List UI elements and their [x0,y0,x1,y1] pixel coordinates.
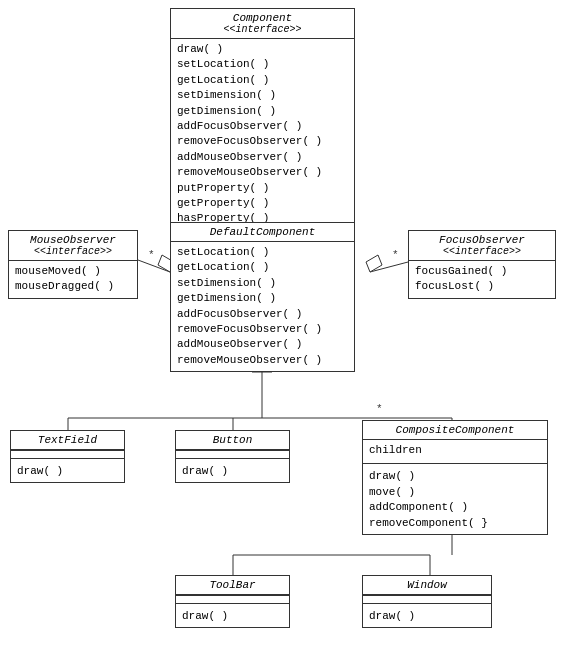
dc-method-6: removeFocusObserver( ) [177,322,348,337]
composite-method-2: move( ) [369,485,541,500]
component-method-10: putProperty( ) [177,181,348,196]
button-box: Button draw( ) [175,430,290,483]
composite-field-1: children [369,443,541,458]
window-method-1: draw( ) [369,609,485,624]
component-box: Component <<interface>> draw( ) setLocat… [170,8,355,231]
mouse-observer-method-2: mouseDragged( ) [15,279,131,294]
button-name: Button [182,434,283,446]
composite-method-1: draw( ) [369,469,541,484]
textfield-method-1: draw( ) [17,464,118,479]
window-name: Window [369,579,485,591]
toolbar-box: ToolBar draw( ) [175,575,290,628]
dc-method-1: setLocation( ) [177,245,348,260]
component-method-6: addFocusObserver( ) [177,119,348,134]
focus-observer-stereotype: <<interface>> [415,246,549,257]
composite-component-name: CompositeComponent [369,424,541,436]
focus-observer-name: FocusObserver [415,234,549,246]
mouse-observer-box: MouseObserver <<interface>> mouseMoved( … [8,230,138,299]
component-method-7: removeFocusObserver( ) [177,134,348,149]
mouse-observer-method-1: mouseMoved( ) [15,264,131,279]
component-method-3: getLocation( ) [177,73,348,88]
dc-method-2: getLocation( ) [177,260,348,275]
svg-line-4 [370,262,408,272]
mouse-observer-stereotype: <<interface>> [15,246,131,257]
default-component-name: DefaultComponent [177,226,348,238]
component-name: Component [177,12,348,24]
component-method-1: draw( ) [177,42,348,57]
dc-method-7: addMouseObserver( ) [177,337,348,352]
component-method-4: setDimension( ) [177,88,348,103]
textfield-name: TextField [17,434,118,446]
dc-method-8: removeMouseObserver( ) [177,353,348,368]
toolbar-name: ToolBar [182,579,283,591]
textfield-box: TextField draw( ) [10,430,125,483]
composite-component-box: CompositeComponent children draw( ) move… [362,420,548,535]
focus-observer-box: FocusObserver <<interface>> focusGained(… [408,230,556,299]
svg-text:*: * [392,249,399,261]
default-component-box: DefaultComponent setLocation( ) getLocat… [170,222,355,372]
toolbar-method-1: draw( ) [182,609,283,624]
svg-marker-5 [366,255,382,272]
component-method-9: removeMouseObserver( ) [177,165,348,180]
dc-method-5: addFocusObserver( ) [177,307,348,322]
composite-method-3: addComponent( ) [369,500,541,515]
mouse-observer-name: MouseObserver [15,234,131,246]
component-method-5: getDimension( ) [177,104,348,119]
window-box: Window draw( ) [362,575,492,628]
svg-text:*: * [148,249,155,261]
composite-method-4: removeComponent( } [369,516,541,531]
focus-observer-method-1: focusGained( ) [415,264,549,279]
component-method-8: addMouseObserver( ) [177,150,348,165]
svg-text:*: * [376,403,383,415]
component-stereotype: <<interface>> [177,24,348,35]
component-method-2: setLocation( ) [177,57,348,72]
dc-method-4: getDimension( ) [177,291,348,306]
dc-method-3: setDimension( ) [177,276,348,291]
button-method-1: draw( ) [182,464,283,479]
focus-observer-method-2: focusLost( ) [415,279,549,294]
svg-line-2 [138,260,170,272]
component-method-11: getProperty( ) [177,196,348,211]
uml-diagram: * * * Component <<interface>> draw( ) se… [0,0,564,665]
